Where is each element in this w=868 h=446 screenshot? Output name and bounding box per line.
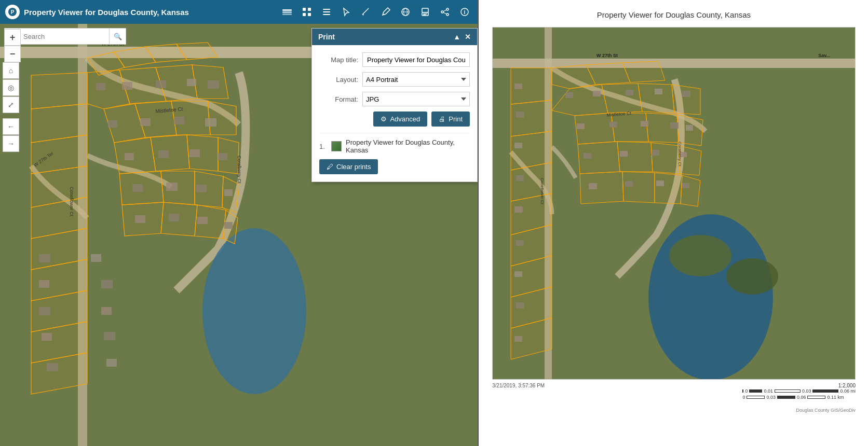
svg-rect-15 — [422, 8, 428, 12]
app-title: Property Viewer for Douglas County, Kans… — [24, 8, 275, 17]
back-button[interactable]: ← — [3, 118, 19, 135]
svg-text:P: P — [11, 9, 15, 15]
print-close-icon[interactable]: ✕ — [465, 33, 471, 41]
print-collapse-icon[interactable]: ▲ — [453, 33, 460, 41]
layers-icon[interactable] — [279, 4, 295, 20]
layout-row: Layout: A4 Portrait A4 Landscape Letter … — [319, 72, 470, 87]
svg-rect-70 — [140, 118, 151, 126]
scale-zero-marker — [742, 389, 743, 393]
svg-marker-52 — [114, 137, 156, 174]
scale-segment-2 — [775, 389, 801, 393]
svg-rect-86 — [39, 280, 49, 288]
map-title-input[interactable] — [362, 52, 470, 67]
advanced-button[interactable]: ⚙ Advanced — [373, 112, 427, 127]
svg-rect-65 — [122, 82, 132, 90]
svg-rect-137 — [655, 89, 662, 94]
grid-icon[interactable] — [299, 4, 315, 20]
svg-point-19 — [446, 8, 449, 10]
clear-prints-button[interactable]: 🖊 Clear prints — [319, 159, 378, 174]
svg-marker-111 — [638, 83, 674, 113]
home-button[interactable]: ⌂ — [3, 62, 19, 79]
svg-marker-120 — [680, 146, 701, 175]
locate-button[interactable]: ◎ — [3, 79, 19, 96]
scale-miles-2: 0.03 — [802, 388, 811, 394]
svg-rect-67 — [187, 79, 196, 86]
forward-button[interactable]: → — [3, 135, 19, 152]
zoom-in-button[interactable]: + — [4, 29, 21, 46]
scale-km-0: 0 — [742, 395, 745, 400]
search-input[interactable] — [19, 28, 110, 45]
svg-rect-66 — [156, 80, 166, 88]
print-panel: Print ▲ ✕ Map title: Layout: A4 Portrait — [311, 28, 478, 182]
clear-prints-label: Clear prints — [336, 163, 371, 171]
svg-point-21 — [446, 13, 449, 16]
draw-icon[interactable] — [378, 4, 394, 20]
svg-rect-6 — [308, 8, 311, 11]
svg-rect-134 — [565, 92, 573, 98]
globe-icon[interactable] — [398, 4, 413, 20]
svg-rect-79 — [196, 185, 207, 192]
print-label: Print — [449, 115, 463, 123]
svg-marker-123 — [655, 173, 682, 204]
preview-footer: 3/21/2019, 3:57:36 PM 1:2,000 0 0.01 0.0… — [492, 383, 856, 400]
svg-text:i: i — [464, 9, 466, 15]
svg-rect-138 — [682, 91, 690, 97]
svg-rect-151 — [682, 183, 689, 188]
preview-map-svg: W 27th St Sav... Mistletoe Ct Coralberry… — [493, 27, 856, 380]
scale-km-segment-3 — [807, 396, 825, 399]
svg-rect-77 — [132, 184, 143, 192]
miles-scale-row: 0 0.01 0.03 0.06 mi — [742, 388, 856, 394]
svg-rect-10 — [323, 11, 330, 12]
print-button[interactable]: 🖨 Print — [431, 112, 470, 127]
layout-label: Layout: — [319, 76, 358, 83]
svg-rect-2 — [282, 9, 292, 11]
print-body: Map title: Layout: A4 Portrait A4 Landsc… — [312, 45, 477, 182]
svg-rect-68 — [208, 80, 219, 89]
share-icon[interactable] — [437, 4, 453, 20]
svg-rect-158 — [514, 271, 522, 277]
svg-text:Coneflower Ct: Coneflower Ct — [540, 178, 545, 204]
svg-rect-83 — [197, 217, 208, 224]
svg-rect-145 — [620, 151, 628, 157]
svg-rect-18 — [423, 15, 426, 16]
right-panel: Property Viewer for Douglas County, Kans… — [479, 0, 868, 446]
item-label: Property Viewer for Douglas County, Kans… — [346, 138, 470, 154]
svg-marker-122 — [622, 172, 655, 203]
svg-line-23 — [443, 12, 446, 14]
svg-marker-121 — [580, 172, 623, 204]
list-icon[interactable] — [319, 4, 334, 20]
svg-rect-72 — [205, 118, 216, 127]
format-row: Format: JPG PNG PDF — [319, 92, 470, 106]
svg-rect-150 — [656, 180, 664, 186]
layout-select[interactable]: A4 Portrait A4 Landscape Letter Portrait… — [362, 72, 470, 87]
svg-point-20 — [441, 11, 443, 13]
extent-button[interactable]: ⤢ — [3, 96, 19, 113]
zoom-out-button[interactable]: − — [4, 46, 21, 62]
eraser-icon: 🖊 — [327, 163, 333, 171]
format-select[interactable]: JPG PNG PDF — [362, 92, 470, 106]
format-label: Format: — [319, 95, 358, 103]
print-icon[interactable] — [417, 4, 433, 20]
scale-km-1: 0.03 — [766, 395, 776, 400]
svg-rect-140 — [609, 122, 617, 128]
gear-icon: ⚙ — [381, 115, 387, 123]
scale-miles-end: 0.06 mi — [840, 388, 856, 394]
preview-credit: Douglas County GIS/GeoDiv — [492, 408, 856, 413]
svg-marker-119 — [651, 143, 680, 174]
scale-km-2: 0.06 — [797, 395, 806, 400]
svg-rect-17 — [423, 13, 427, 15]
map-background[interactable]: W 27th St Mistletoe Ct Coralberry Ct Con… — [0, 0, 478, 446]
info-icon[interactable]: i — [457, 4, 472, 20]
item-thumbnail — [331, 141, 342, 151]
svg-text:Coralberry Ct: Coralberry Ct — [677, 142, 682, 166]
scale-segment-1 — [749, 389, 762, 393]
select-icon[interactable] — [338, 4, 354, 20]
map-title-label: Map title: — [319, 56, 358, 64]
svg-rect-146 — [652, 150, 659, 156]
clear-prints-container: 🖊 Clear prints — [319, 159, 470, 174]
measure-icon[interactable] — [358, 4, 374, 20]
search-button[interactable]: 🔍 — [110, 28, 126, 45]
left-nav: ⌂ ◎ ⤢ ← → — [0, 57, 19, 152]
svg-rect-94 — [106, 359, 117, 367]
svg-rect-88 — [42, 333, 52, 341]
